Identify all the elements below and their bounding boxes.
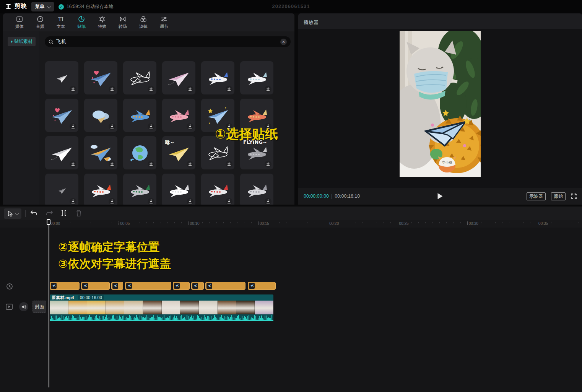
sticker-tile-globe-with-plane[interactable] (123, 136, 156, 169)
waveform-bar (62, 315, 62, 320)
select-tool-button[interactable] (4, 208, 21, 219)
ruler-label: 00:15 (260, 221, 269, 226)
cover-button[interactable]: 封面 (33, 301, 46, 313)
sidebar-item-sticker-material[interactable]: 贴纸素材 (8, 37, 36, 46)
sticker-tile-airliner-photo-gray[interactable] (240, 174, 273, 205)
sticker-clip-8[interactable] (248, 282, 276, 290)
tab-滤镜[interactable]: 滤镜 (133, 13, 154, 31)
sticker-tile-paper-planes-clouds-rider[interactable] (84, 136, 117, 169)
download-icon[interactable] (148, 161, 154, 168)
redo-icon[interactable] (45, 209, 54, 217)
sticker-tile-cartoon-plane-white[interactable] (162, 174, 195, 205)
search-bar[interactable]: 飞机 ✕ (45, 36, 291, 47)
sticker-tile-paper-plane-heart-trail[interactable] (45, 99, 78, 132)
waveform-bar (238, 315, 239, 320)
mute-track-button[interactable] (19, 302, 28, 311)
fullscreen-icon[interactable] (571, 194, 577, 199)
waveform-bar (171, 316, 171, 320)
sticker-clip-1[interactable] (50, 282, 80, 290)
preview-track-icon[interactable] (6, 304, 13, 310)
play-button[interactable] (438, 193, 443, 199)
download-icon[interactable] (265, 161, 271, 168)
download-icon[interactable] (226, 198, 232, 205)
waveform-bar (198, 316, 199, 320)
clear-search-icon[interactable]: ✕ (280, 39, 287, 45)
ruler-minor-tick (126, 222, 126, 223)
download-icon[interactable] (70, 86, 76, 93)
cloud-paper-plane-art (89, 104, 113, 127)
ruler-minor-tick (425, 222, 426, 223)
download-icon[interactable] (109, 161, 115, 168)
tab-文本[interactable]: TI文本 (50, 13, 71, 31)
tab-特效[interactable]: 特效 (92, 13, 112, 31)
tab-音频[interactable]: 音频 (30, 13, 50, 31)
sticker-clip-4[interactable] (125, 282, 171, 290)
sticker-clip-2[interactable] (81, 282, 110, 290)
sticker-clip-3[interactable] (111, 282, 123, 290)
annotation-step1: ①选择贴纸 (215, 125, 278, 143)
sticker-tile-airliner-outline-sketch[interactable] (123, 61, 156, 94)
sticker-word: 咻~ (165, 139, 174, 146)
timeline-ruler[interactable]: 00:0000:0500:1000:1500:2000:2500:3000:35 (0, 220, 582, 228)
download-icon[interactable] (70, 123, 76, 130)
sticker-tile-paper-plane-yellow-whoosh[interactable]: 咻~ (162, 136, 195, 169)
download-icon[interactable] (148, 198, 154, 205)
ruler-major-tick (189, 221, 189, 225)
sticker-clip-7[interactable] (205, 282, 245, 290)
download-icon[interactable] (226, 86, 232, 93)
download-icon[interactable] (265, 86, 271, 93)
ruler-minor-tick (70, 222, 70, 223)
sticker-clip-5[interactable] (173, 282, 190, 290)
undo-icon[interactable] (30, 209, 38, 217)
search-input[interactable]: 飞机 (56, 38, 278, 45)
download-icon[interactable] (109, 123, 115, 130)
waveform-bar (231, 315, 232, 320)
download-icon[interactable] (109, 86, 115, 93)
filmstrip-frame (162, 301, 180, 314)
download-icon[interactable] (70, 198, 76, 205)
sticker-tile-paper-plane-pink-kite[interactable] (162, 61, 195, 94)
sticker-tile-jet-white-portholes[interactable] (240, 61, 273, 94)
download-icon[interactable] (187, 123, 193, 130)
sticker-clip-6[interactable] (191, 282, 204, 290)
split-icon[interactable] (60, 209, 68, 217)
sticker-tile-jet-white-blue-cockpit[interactable] (201, 61, 234, 94)
download-icon[interactable] (265, 198, 271, 205)
original-button[interactable]: 原始 (551, 192, 566, 200)
waveform-bar (230, 317, 231, 320)
download-icon[interactable] (187, 161, 193, 168)
sticker-tile-cloud-paper-plane[interactable] (84, 99, 117, 132)
sticker-tile-paper-plane-white-small[interactable] (45, 61, 78, 94)
cartoon-plane-white-art (167, 179, 191, 202)
sticker-tile-jet-pink[interactable] (162, 99, 195, 132)
tab-转场[interactable]: 转场 (112, 13, 133, 31)
video-preview[interactable]: 立小鸡 (400, 31, 481, 177)
sticker-tile-airliner-photo-green-tail[interactable] (123, 174, 156, 205)
timeline-toolbar (0, 207, 582, 220)
download-icon[interactable] (226, 161, 232, 168)
download-icon[interactable] (187, 198, 193, 205)
sticker-tile-jet-emoji-red-stripe[interactable] (84, 174, 117, 205)
tab-贴纸[interactable]: 贴纸 (71, 13, 92, 31)
playhead[interactable] (47, 219, 50, 225)
download-icon[interactable] (70, 161, 76, 168)
download-icon[interactable] (148, 123, 154, 130)
download-icon[interactable] (109, 198, 115, 205)
download-icon[interactable] (187, 86, 193, 93)
time-separator: | (331, 194, 332, 199)
delete-icon[interactable] (75, 209, 83, 217)
ruler-minor-tick (140, 222, 140, 223)
tab-调节[interactable]: 调节 (154, 13, 174, 31)
download-icon[interactable] (148, 86, 154, 93)
ruler-minor-tick (265, 222, 265, 223)
sticker-tile-paper-plane-white-dashed[interactable] (45, 136, 78, 169)
clock-icon[interactable] (6, 283, 13, 290)
sticker-tile-airliner-photo-red-tail[interactable] (201, 174, 234, 205)
sticker-tile-cartoon-plane-boy[interactable] (123, 99, 156, 132)
oscilloscope-button[interactable]: 示波器 (527, 192, 546, 200)
tab-媒体[interactable]: 媒体 (9, 13, 30, 31)
ruler-minor-tick (377, 222, 377, 223)
sticker-tile-paper-plane-faint[interactable] (45, 174, 78, 205)
sticker-tile-paper-plane-blue-hearts[interactable] (84, 61, 117, 94)
video-clip[interactable]: 原素材.mp4 00:00:16.03 (50, 294, 273, 320)
